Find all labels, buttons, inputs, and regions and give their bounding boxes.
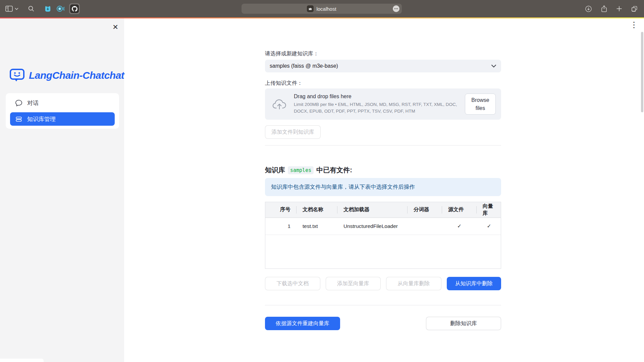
file-dropzone[interactable]: Drag and drop files here Limit 200MB per…	[265, 88, 501, 120]
download-selected-button[interactable]: 下载选中文档	[265, 277, 320, 290]
toolbar-right-group	[585, 0, 638, 17]
new-tab-icon[interactable]	[616, 6, 622, 12]
kb-select-label: 请选择或新建知识库：	[265, 50, 501, 57]
sidebar-item-label: 知识库管理	[27, 115, 56, 123]
info-alert-text: 知识库中包含源文件与向量库，请从下表中选择文件后操作	[271, 183, 415, 191]
content-column: 请选择或新建知识库： samples (faiss @ m3e-base) 上传…	[265, 18, 501, 330]
file-action-buttons: 下载选中文档 添加至向量库 从向量库删除 从知识库中删除	[265, 277, 501, 290]
address-host: localhost	[316, 6, 336, 12]
database-stack-icon	[15, 116, 22, 123]
delete-kb-button[interactable]: 删除知识库	[426, 317, 501, 330]
table-row[interactable]: 1 test.txt UnstructuredFileLoader ✓ ✓	[265, 218, 501, 235]
cell-source-file-check: ✓	[442, 218, 477, 235]
github-octocat-icon	[70, 4, 79, 13]
cell-doc-name: test.txt	[297, 218, 337, 235]
col-header-vector-store[interactable]: 向量库	[477, 202, 501, 218]
sidebar-item-label: 对话	[27, 99, 39, 107]
search-icon[interactable]	[28, 5, 35, 12]
delete-from-kb-button[interactable]: 从知识库中删除	[447, 277, 501, 290]
address-bar[interactable]: localhost	[241, 4, 402, 14]
rebuild-vector-store-button[interactable]: 依据源文件重建向量库	[265, 317, 340, 330]
browser-status-bar	[0, 359, 44, 362]
app-logo-text: LangChain-Chatchat	[29, 70, 124, 81]
cell-splitter	[408, 218, 442, 235]
speech-bubble-icon	[15, 100, 22, 107]
dropzone-title: Drag and drop files here	[294, 94, 458, 100]
kb-select-value: samples (faiss @ m3e-base)	[270, 63, 338, 69]
site-favicon-icon	[307, 5, 314, 12]
extension-github-icon[interactable]	[69, 3, 80, 14]
add-files-to-kb-button[interactable]: 添加文件到知识库	[265, 125, 321, 139]
toolbar-left-group	[5, 0, 80, 17]
app-menu-kebab-icon[interactable]: ⋮	[630, 21, 638, 29]
cell-index: 1	[265, 218, 297, 235]
main-area: ⋮ 请选择或新建知识库： samples (faiss @ m3e-base) …	[124, 18, 644, 362]
table-header-row: 序号 文档名称 文档加载器 分词器 源文件 向量库	[265, 202, 501, 218]
heading-prefix: 知识库	[265, 166, 285, 175]
kb-action-buttons: 依据源文件重建向量库 删除知识库	[265, 317, 501, 330]
scrollbar-thumb[interactable]	[641, 32, 643, 112]
col-header-index[interactable]: 序号	[265, 202, 297, 218]
sidebar-close-icon[interactable]: ✕	[111, 22, 120, 32]
divider	[265, 305, 501, 305]
app-logo: LangChain-Chatchat	[9, 68, 124, 83]
share-icon[interactable]	[601, 5, 607, 13]
browse-files-button[interactable]: Browse files	[465, 94, 496, 115]
delete-from-vector-store-button[interactable]: 从向量库删除	[386, 277, 441, 290]
browser-toolbar: localhost	[0, 0, 644, 17]
app-sidebar: ✕ LangChain-Chatchat 对话	[0, 18, 124, 362]
add-to-vector-store-button[interactable]: 添加至向量库	[326, 277, 381, 290]
cloud-upload-icon	[272, 98, 286, 110]
chevron-down-icon	[491, 64, 496, 68]
extension-cat-downloader-icon[interactable]	[44, 5, 52, 13]
downloads-icon[interactable]	[585, 5, 592, 12]
address-options-icon[interactable]	[393, 5, 399, 12]
upload-label: 上传知识文件：	[265, 80, 501, 87]
col-header-loader[interactable]: 文档加载器	[337, 202, 408, 218]
kb-name-code: samples	[288, 166, 314, 174]
col-header-splitter[interactable]: 分词器	[408, 202, 442, 218]
kb-files-table: 序号 文档名称 文档加载器 分词器 源文件 向量库 1 test.txt Uns	[265, 202, 501, 269]
cell-loader: UnstructuredFileLoader	[337, 218, 408, 235]
chat-bubble-logo-icon	[9, 68, 25, 83]
dropzone-hint: Limit 200MB per file • EML, HTML, JSON, …	[294, 101, 458, 115]
tab-overview-icon[interactable]	[631, 5, 638, 12]
sidebar-toggle-chevron-icon[interactable]	[15, 8, 18, 10]
kb-select[interactable]: samples (faiss @ m3e-base)	[265, 60, 501, 72]
col-header-doc-name[interactable]: 文档名称	[297, 202, 337, 218]
info-alert: 知识库中包含源文件与向量库，请从下表中选择文件后操作	[265, 178, 501, 196]
kb-files-heading: 知识库 samples 中已有文件:	[265, 166, 501, 175]
heading-suffix: 中已有文件:	[316, 166, 352, 175]
sidebar-item-kb-management[interactable]: 知识库管理	[10, 112, 115, 126]
dropzone-text: Drag and drop files here Limit 200MB per…	[294, 94, 458, 115]
streamlit-decoration-bar	[0, 17, 644, 18]
sidebar-menu: 对话 知识库管理	[6, 93, 119, 129]
sidebar-toggle-icon[interactable]	[5, 6, 13, 12]
extension-radar-star-icon[interactable]	[56, 5, 64, 13]
col-header-source-file[interactable]: 源文件	[442, 202, 477, 218]
sidebar-item-dialogue[interactable]: 对话	[10, 96, 115, 110]
screen: localhost	[0, 0, 644, 362]
cell-vector-store-check: ✓	[477, 218, 501, 235]
divider	[265, 145, 501, 145]
